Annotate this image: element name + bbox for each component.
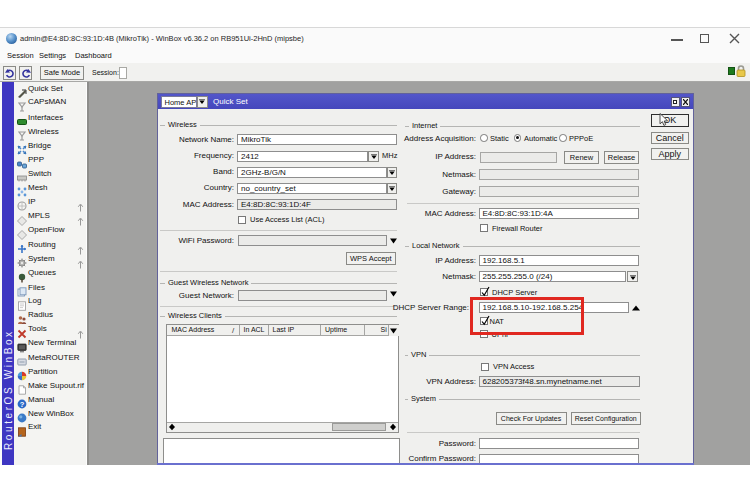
svg-text:?: ?	[20, 400, 25, 409]
